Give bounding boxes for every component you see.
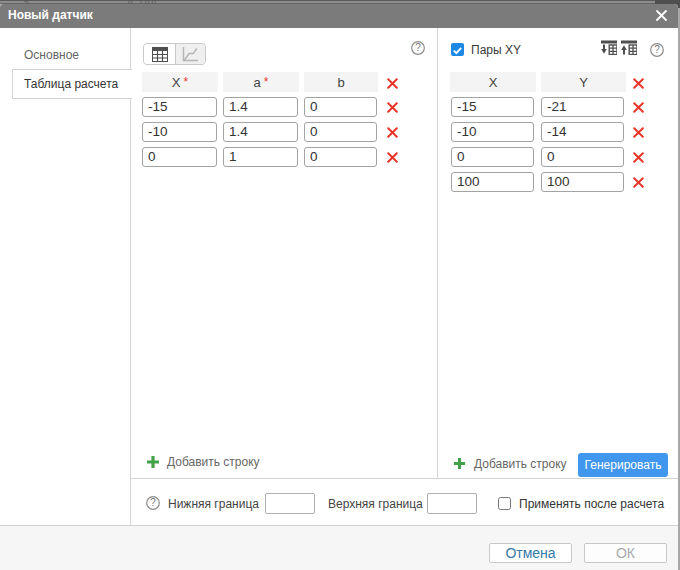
svg-text:?: ? xyxy=(654,44,660,55)
svg-text:?: ? xyxy=(415,42,421,53)
svg-text:?: ? xyxy=(150,497,156,508)
